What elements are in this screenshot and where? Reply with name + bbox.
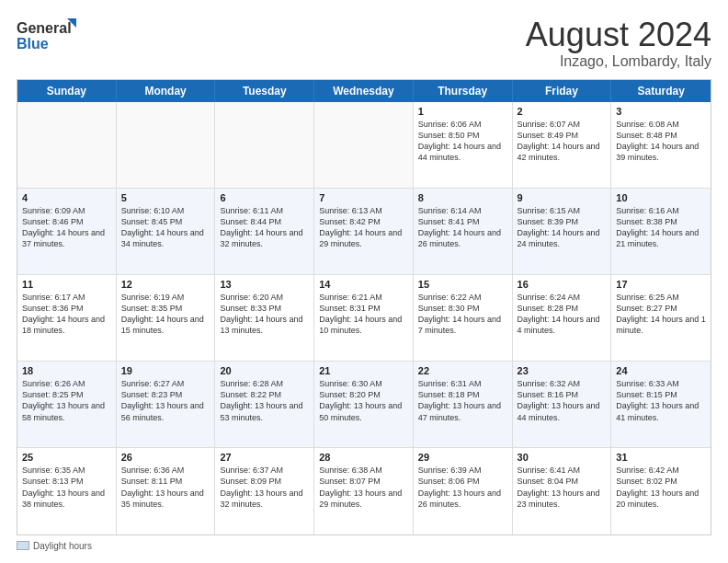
day-number: 14: [319, 279, 408, 290]
cell-info: Sunrise: 6:26 AMSunset: 8:25 PMDaylight:…: [22, 378, 111, 423]
day-number: 10: [616, 192, 706, 203]
day-number: 31: [616, 452, 706, 463]
cal-cell: 23Sunrise: 6:32 AMSunset: 8:16 PMDayligh…: [513, 362, 612, 447]
header-cell-sunday: Sunday: [17, 80, 117, 102]
calendar-body: 1Sunrise: 6:06 AMSunset: 8:50 PMDaylight…: [17, 102, 711, 534]
daylight-swatch: [17, 541, 29, 550]
cal-cell: 15Sunrise: 6:22 AMSunset: 8:30 PMDayligh…: [414, 275, 513, 361]
header-cell-friday: Friday: [513, 80, 612, 102]
week-row-5: 25Sunrise: 6:35 AMSunset: 8:13 PMDayligh…: [17, 448, 711, 534]
page: GeneralBlue August 2024 Inzago, Lombardy…: [0, 0, 728, 563]
cell-info: Sunrise: 6:19 AMSunset: 8:35 PMDaylight:…: [121, 292, 210, 337]
cell-info: Sunrise: 6:36 AMSunset: 8:11 PMDaylight:…: [121, 465, 210, 510]
cell-info: Sunrise: 6:13 AMSunset: 8:42 PMDaylight:…: [319, 205, 408, 250]
week-row-1: 1Sunrise: 6:06 AMSunset: 8:50 PMDaylight…: [17, 102, 711, 189]
day-number: 26: [121, 452, 210, 463]
cell-info: Sunrise: 6:07 AMSunset: 8:49 PMDaylight:…: [518, 119, 607, 164]
cell-info: Sunrise: 6:15 AMSunset: 8:39 PMDaylight:…: [518, 205, 607, 250]
cell-info: Sunrise: 6:22 AMSunset: 8:30 PMDaylight:…: [418, 292, 507, 337]
cell-info: Sunrise: 6:11 AMSunset: 8:44 PMDaylight:…: [220, 205, 309, 250]
calendar: SundayMondayTuesdayWednesdayThursdayFrid…: [17, 79, 711, 535]
cell-info: Sunrise: 6:09 AMSunset: 8:46 PMDaylight:…: [22, 205, 111, 250]
main-title: August 2024: [526, 17, 711, 53]
week-row-2: 4Sunrise: 6:09 AMSunset: 8:46 PMDaylight…: [17, 189, 711, 275]
cal-cell: 16Sunrise: 6:24 AMSunset: 8:28 PMDayligh…: [513, 275, 612, 361]
cal-cell: 2Sunrise: 6:07 AMSunset: 8:49 PMDaylight…: [513, 102, 612, 188]
footer: Daylight hours: [17, 541, 711, 553]
cell-info: Sunrise: 6:42 AMSunset: 8:02 PMDaylight:…: [616, 465, 706, 510]
header-cell-tuesday: Tuesday: [215, 80, 314, 102]
day-number: 4: [22, 192, 111, 203]
cell-info: Sunrise: 6:39 AMSunset: 8:06 PMDaylight:…: [418, 465, 507, 510]
cal-cell: 14Sunrise: 6:21 AMSunset: 8:31 PMDayligh…: [314, 275, 414, 361]
cell-info: Sunrise: 6:14 AMSunset: 8:41 PMDaylight:…: [418, 205, 507, 250]
cal-cell: 20Sunrise: 6:28 AMSunset: 8:22 PMDayligh…: [215, 362, 314, 447]
cal-cell: 31Sunrise: 6:42 AMSunset: 8:02 PMDayligh…: [611, 448, 711, 534]
cal-cell: 28Sunrise: 6:38 AMSunset: 8:07 PMDayligh…: [314, 448, 414, 534]
day-number: 25: [22, 452, 111, 463]
title-block: August 2024 Inzago, Lombardy, Italy: [526, 17, 711, 70]
day-number: 9: [518, 192, 607, 203]
cal-cell: 21Sunrise: 6:30 AMSunset: 8:20 PMDayligh…: [314, 362, 414, 447]
header-cell-wednesday: Wednesday: [314, 80, 414, 102]
cal-cell: 17Sunrise: 6:25 AMSunset: 8:27 PMDayligh…: [611, 275, 711, 361]
cal-cell: 4Sunrise: 6:09 AMSunset: 8:46 PMDaylight…: [17, 189, 117, 274]
day-number: 17: [616, 279, 706, 290]
day-number: 3: [616, 106, 706, 117]
header-cell-monday: Monday: [117, 80, 216, 102]
day-number: 29: [418, 452, 507, 463]
cell-info: Sunrise: 6:21 AMSunset: 8:31 PMDaylight:…: [319, 292, 408, 337]
cal-cell: 3Sunrise: 6:08 AMSunset: 8:48 PMDaylight…: [611, 102, 711, 188]
svg-text:Blue: Blue: [17, 36, 49, 52]
cal-cell: 5Sunrise: 6:10 AMSunset: 8:45 PMDaylight…: [117, 189, 216, 274]
cal-cell: 1Sunrise: 6:06 AMSunset: 8:50 PMDaylight…: [414, 102, 513, 188]
cal-cell: 24Sunrise: 6:33 AMSunset: 8:15 PMDayligh…: [611, 362, 711, 447]
day-number: 7: [319, 192, 408, 203]
cell-info: Sunrise: 6:24 AMSunset: 8:28 PMDaylight:…: [518, 292, 607, 337]
cal-cell: 6Sunrise: 6:11 AMSunset: 8:44 PMDaylight…: [215, 189, 314, 274]
cell-info: Sunrise: 6:37 AMSunset: 8:09 PMDaylight:…: [220, 465, 309, 510]
cal-cell: [215, 102, 314, 188]
day-number: 24: [616, 365, 706, 376]
day-number: 16: [518, 279, 607, 290]
day-number: 18: [22, 365, 111, 376]
cal-cell: 9Sunrise: 6:15 AMSunset: 8:39 PMDaylight…: [513, 189, 612, 274]
cell-info: Sunrise: 6:06 AMSunset: 8:50 PMDaylight:…: [418, 119, 507, 164]
cell-info: Sunrise: 6:31 AMSunset: 8:18 PMDaylight:…: [418, 378, 507, 423]
cal-cell: 12Sunrise: 6:19 AMSunset: 8:35 PMDayligh…: [117, 275, 216, 361]
cal-cell: 22Sunrise: 6:31 AMSunset: 8:18 PMDayligh…: [414, 362, 513, 447]
cal-cell: 13Sunrise: 6:20 AMSunset: 8:33 PMDayligh…: [215, 275, 314, 361]
day-number: 21: [319, 365, 408, 376]
cal-cell: [17, 102, 117, 188]
cal-cell: [314, 102, 414, 188]
day-number: 19: [121, 365, 210, 376]
week-row-3: 11Sunrise: 6:17 AMSunset: 8:36 PMDayligh…: [17, 275, 711, 362]
cal-cell: 29Sunrise: 6:39 AMSunset: 8:06 PMDayligh…: [414, 448, 513, 534]
svg-text:General: General: [17, 20, 72, 36]
day-number: 30: [518, 452, 607, 463]
day-number: 2: [518, 106, 607, 117]
cell-info: Sunrise: 6:35 AMSunset: 8:13 PMDaylight:…: [22, 465, 111, 510]
cal-cell: 27Sunrise: 6:37 AMSunset: 8:09 PMDayligh…: [215, 448, 314, 534]
cell-info: Sunrise: 6:27 AMSunset: 8:23 PMDaylight:…: [121, 378, 210, 423]
cell-info: Sunrise: 6:28 AMSunset: 8:22 PMDaylight:…: [220, 378, 309, 423]
cal-cell: 26Sunrise: 6:36 AMSunset: 8:11 PMDayligh…: [117, 448, 216, 534]
cal-cell: [117, 102, 216, 188]
cell-info: Sunrise: 6:08 AMSunset: 8:48 PMDaylight:…: [616, 119, 706, 164]
header-cell-saturday: Saturday: [611, 80, 711, 102]
daylight-legend: Daylight hours: [17, 541, 92, 551]
cal-cell: 7Sunrise: 6:13 AMSunset: 8:42 PMDaylight…: [314, 189, 414, 274]
day-number: 28: [319, 452, 408, 463]
day-number: 12: [121, 279, 210, 290]
week-row-4: 18Sunrise: 6:26 AMSunset: 8:25 PMDayligh…: [17, 362, 711, 448]
cell-info: Sunrise: 6:30 AMSunset: 8:20 PMDaylight:…: [319, 378, 408, 423]
cell-info: Sunrise: 6:17 AMSunset: 8:36 PMDaylight:…: [22, 292, 111, 337]
logo-svg: GeneralBlue: [17, 17, 81, 53]
header-cell-thursday: Thursday: [414, 80, 513, 102]
day-number: 20: [220, 365, 309, 376]
logo: GeneralBlue: [17, 17, 81, 53]
cal-cell: 18Sunrise: 6:26 AMSunset: 8:25 PMDayligh…: [17, 362, 117, 447]
cell-info: Sunrise: 6:41 AMSunset: 8:04 PMDaylight:…: [518, 465, 607, 510]
cal-cell: 25Sunrise: 6:35 AMSunset: 8:13 PMDayligh…: [17, 448, 117, 534]
day-number: 13: [220, 279, 309, 290]
